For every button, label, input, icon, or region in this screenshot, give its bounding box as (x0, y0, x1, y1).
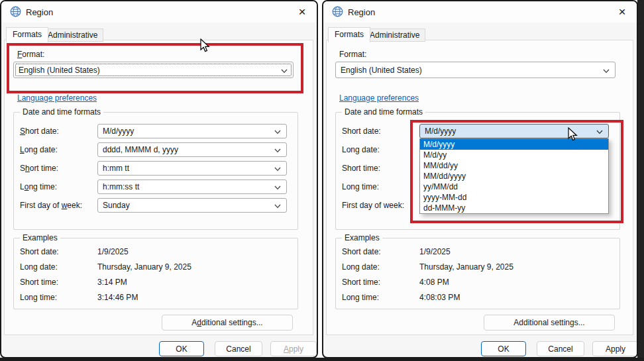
close-icon[interactable]: × (614, 4, 630, 20)
short-date-combobox-open[interactable]: M/d/yyyy (419, 124, 609, 138)
short-time-label: Short time: (342, 164, 380, 173)
language-preferences-link[interactable]: Language preferences (17, 93, 97, 103)
dropdown-option[interactable]: M/d/yy (420, 150, 608, 160)
example-short-date-value: 1/9/2025 (419, 247, 451, 256)
first-day-label: First day of week: (20, 201, 82, 210)
cancel-button[interactable]: Cancel (215, 341, 262, 356)
title-bar[interactable]: Region × (323, 1, 637, 23)
example-short-time-value: 4:08 PM (419, 278, 449, 287)
format-combobox-value: English (United States) (341, 66, 422, 75)
region-globe-icon (10, 6, 21, 20)
dropdown-option[interactable]: MM/dd/yyyy (420, 171, 608, 181)
background-strip-bottom (0, 358, 644, 361)
title-bar[interactable]: Region × (1, 1, 317, 23)
format-label: Format: (339, 50, 366, 59)
format-combobox[interactable]: English (United States) (13, 62, 294, 78)
chevron-down-icon (274, 125, 281, 137)
tab-formats[interactable]: Formats (6, 27, 48, 42)
chevron-down-icon (603, 64, 610, 76)
long-date-value: dddd, MMMM d, yyyy (103, 145, 178, 154)
region-dialog-left: Region × Formats Administrative Format: … (0, 0, 318, 358)
example-short-date-label: Short date: (342, 247, 381, 256)
ok-button[interactable]: OK (159, 341, 204, 356)
example-short-time-label: Short time: (20, 278, 58, 287)
chevron-down-icon (274, 162, 281, 174)
additional-settings-button[interactable]: Additional settings... (484, 315, 615, 331)
short-date-label: Short date: (342, 127, 381, 136)
chevron-down-icon (281, 64, 288, 76)
long-date-combobox[interactable]: dddd, MMMM d, yyyy (97, 142, 287, 157)
first-day-value: Sunday (103, 201, 130, 210)
example-long-date-label: Long date: (20, 262, 58, 272)
short-date-label: Short date: (20, 127, 59, 136)
example-long-date-label: Long date: (342, 262, 380, 272)
chevron-down-icon (274, 181, 281, 193)
region-globe-icon (332, 6, 343, 20)
apply-button[interactable]: Apply (592, 341, 638, 356)
example-long-time-value: 4:08:03 PM (419, 293, 460, 302)
example-long-time-label: Long time: (342, 293, 379, 302)
tab-administrative[interactable]: Administrative (42, 28, 103, 42)
short-date-value: M/d/yyyy (425, 127, 456, 136)
cancel-button[interactable]: Cancel (537, 341, 584, 356)
background-strip-right (637, 0, 644, 361)
format-label: Format: (17, 50, 44, 59)
format-combobox-value: English (United States) (19, 66, 100, 75)
example-long-time-value: 3:14:46 PM (97, 293, 138, 302)
chevron-down-icon (596, 125, 603, 137)
first-day-label: First day of week: (342, 201, 404, 210)
apply-button[interactable]: Apply (270, 341, 317, 356)
language-preferences-link[interactable]: Language preferences (339, 93, 419, 103)
long-date-label: Long date: (342, 145, 380, 154)
example-long-date-value: Thursday, January 9, 2025 (419, 262, 513, 272)
examples-group-title: Examples (20, 233, 60, 242)
region-dialog-right: Region × Formats Administrative Format: … (322, 0, 638, 358)
example-short-time-value: 3:14 PM (97, 278, 127, 287)
short-date-value: M/d/yyyy (103, 127, 134, 136)
short-time-combobox[interactable]: h:mm tt (97, 161, 287, 176)
example-short-date-value: 1/9/2025 (97, 247, 129, 256)
dropdown-option[interactable]: yy/MM/dd (420, 181, 608, 192)
dropdown-option[interactable]: dd-MMM-yy (420, 203, 608, 213)
short-time-value: h:mm tt (103, 164, 129, 173)
ok-button[interactable]: OK (481, 341, 526, 356)
datetime-formats-group-title: Date and time formats (342, 107, 425, 117)
chevron-down-icon (274, 199, 281, 211)
tab-formats[interactable]: Formats (328, 27, 370, 42)
dropdown-option[interactable]: MM/dd/yy (420, 160, 608, 171)
chevron-down-icon (274, 144, 281, 156)
example-short-date-label: Short date: (20, 247, 59, 256)
first-day-combobox[interactable]: Sunday (97, 198, 287, 213)
long-time-combobox[interactable]: h:mm:ss tt (97, 180, 287, 194)
window-title: Region (348, 7, 375, 17)
short-time-label: Short time: (20, 164, 58, 173)
examples-group-title: Examples (342, 233, 382, 242)
short-date-combobox[interactable]: M/d/yyyy (97, 124, 287, 138)
long-time-label: Long time: (342, 182, 379, 191)
long-date-label: Long date: (20, 145, 58, 154)
short-date-dropdown-list[interactable]: M/d/yyyy M/d/yy MM/dd/yy MM/dd/yyyy yy/M… (419, 138, 609, 214)
additional-settings-button[interactable]: Additional settings... (162, 315, 293, 331)
example-long-date-value: Thursday, January 9, 2025 (97, 262, 191, 272)
dropdown-option[interactable]: yyyy-MM-dd (420, 192, 608, 203)
close-icon[interactable]: × (294, 4, 310, 20)
long-time-label: Long time: (20, 182, 57, 191)
long-time-value: h:mm:ss tt (103, 182, 139, 191)
window-title: Region (26, 7, 53, 17)
tab-administrative[interactable]: Administrative (364, 28, 425, 42)
dropdown-option-selected[interactable]: M/d/yyyy (420, 139, 608, 150)
format-combobox[interactable]: English (United States) (335, 62, 616, 78)
example-short-time-label: Short time: (342, 278, 380, 287)
datetime-formats-group-title: Date and time formats (20, 107, 103, 117)
example-long-time-label: Long time: (20, 293, 57, 302)
